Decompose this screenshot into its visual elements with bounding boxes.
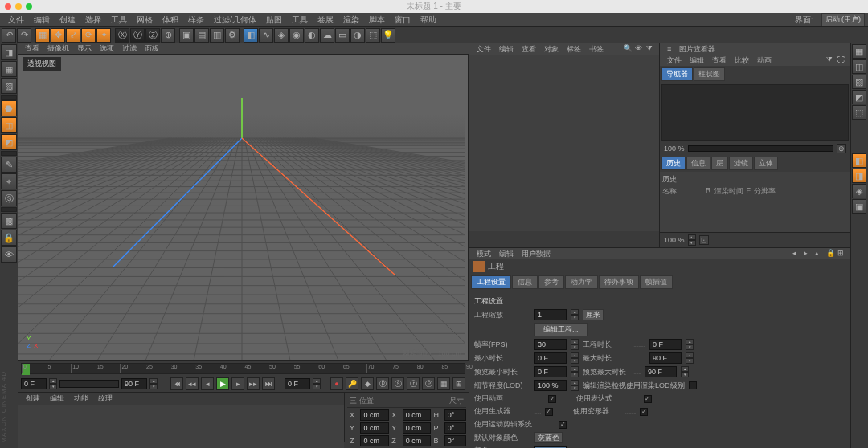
menu-volume[interactable]: 体积	[158, 14, 183, 26]
obj-menu-file[interactable]: 文件	[473, 44, 495, 55]
attr-tab-interp[interactable]: 帧插值	[640, 275, 673, 289]
back-icon[interactable]: ◂	[792, 249, 802, 259]
up-icon[interactable]: ▴	[815, 249, 825, 259]
key-scale-toggle[interactable]: ⓢ	[391, 377, 404, 390]
model-mode[interactable]: ◨	[1, 44, 17, 60]
rot-h[interactable]: 0°	[444, 409, 466, 421]
recent-tool[interactable]: ✦	[96, 28, 111, 43]
lock-icon[interactable]: 🔒	[826, 249, 836, 259]
pic-menu-edit[interactable]: 编辑	[686, 55, 708, 66]
eye-icon[interactable]: 👁	[635, 44, 645, 54]
fps-input[interactable]	[534, 339, 567, 350]
pic-tab-history[interactable]: 历史	[661, 157, 686, 170]
generator-tool[interactable]: ◉	[289, 28, 304, 43]
pic-zoom-reset[interactable]: ⊕	[837, 144, 846, 153]
menu-filter[interactable]: 过滤/几何体	[209, 14, 261, 26]
lod-check[interactable]	[689, 381, 697, 389]
min-time-input[interactable]	[534, 352, 567, 364]
start-spinner[interactable]: ▴▾	[49, 378, 57, 389]
environment-tool[interactable]: ☁	[320, 28, 334, 43]
axis-x-toggle[interactable]: Ⓧ	[115, 28, 129, 43]
end-frame[interactable]: 90 F	[121, 378, 147, 389]
powerslider-button[interactable]: ⊞	[452, 377, 465, 390]
rt-icon-9[interactable]: ▣	[852, 199, 866, 214]
undo-button[interactable]: ↶	[2, 28, 16, 43]
view-menu-panel[interactable]: 面板	[141, 43, 163, 54]
menu-select[interactable]: 选择	[80, 14, 106, 26]
end-spinner[interactable]: ▴▾	[149, 378, 158, 389]
menu-file[interactable]: 文件	[3, 14, 29, 26]
minimize-icon[interactable]	[15, 3, 22, 10]
fullscreen-icon[interactable]: ⛶	[837, 55, 847, 65]
tab-function[interactable]: 功能	[69, 393, 93, 404]
next-key-button[interactable]: ▸▸	[247, 377, 260, 390]
workplane-mode[interactable]: ▨	[1, 78, 17, 94]
prev-frame-button[interactable]: ◂	[201, 377, 214, 390]
obj-color-select[interactable]: 灰蓝色	[534, 432, 563, 443]
menu-edit[interactable]: 编辑	[29, 14, 55, 26]
size-z[interactable]: 0 cm	[403, 435, 432, 446]
forward-icon[interactable]: ▸	[804, 249, 813, 259]
pic-tab-histogram[interactable]: 柱状图	[694, 67, 725, 81]
menu-help[interactable]: 帮助	[416, 14, 441, 26]
snap-settings[interactable]: Ⓢ	[1, 190, 17, 206]
attr-menu-userdata[interactable]: 用户数据	[518, 249, 555, 259]
pos-x[interactable]: 0 cm	[360, 409, 389, 421]
current-spinner[interactable]: ▴▾	[313, 378, 321, 389]
use-motion-check[interactable]: ✓	[559, 421, 567, 429]
max-time-input[interactable]	[649, 352, 682, 364]
spline-tool[interactable]: ∿	[259, 28, 273, 43]
material-manager-body[interactable]	[18, 405, 344, 448]
goto-start-button[interactable]: ⏮	[170, 377, 183, 390]
filter-icon[interactable]: ⧩	[826, 55, 836, 65]
attr-menu-mode[interactable]: 模式	[473, 249, 495, 259]
scale-tool[interactable]: ⤢	[66, 28, 80, 43]
edit-project-button[interactable]: 编辑工程...	[534, 323, 588, 336]
autokey-button[interactable]: 🔑	[346, 377, 358, 390]
edge-mode[interactable]: ◫	[1, 117, 17, 133]
render-region[interactable]: ▤	[194, 28, 209, 43]
layout-select[interactable]: 启动 (用户)	[821, 13, 866, 26]
key-param-toggle[interactable]: Ⓟ	[422, 377, 435, 390]
prev-min-input[interactable]	[534, 366, 567, 377]
tab-edit[interactable]: 编辑	[45, 393, 69, 404]
goto-end-button[interactable]: ⏭	[262, 377, 275, 390]
menu-render[interactable]: 渲染	[338, 14, 364, 26]
prev-key-button[interactable]: ◂◂	[186, 377, 199, 390]
texture-mode[interactable]: ▦	[1, 61, 17, 77]
pic-render-area[interactable]	[661, 84, 849, 141]
rt-icon-1[interactable]: ▦	[852, 44, 866, 59]
render-pv[interactable]: ▥	[210, 28, 224, 43]
coord-system[interactable]: ⊕	[161, 28, 175, 43]
rt-icon-6[interactable]: ◧	[852, 153, 866, 168]
point-mode[interactable]: ⬣	[1, 100, 17, 116]
tab-texture[interactable]: 纹理	[93, 393, 117, 404]
redo-button[interactable]: ↷	[17, 28, 31, 43]
move-tool[interactable]: ✥	[51, 28, 65, 43]
size-x[interactable]: 0 cm	[403, 409, 432, 421]
obj-menu-edit[interactable]: 编辑	[495, 44, 518, 55]
object-manager-body[interactable]	[469, 55, 659, 231]
menu-motiongraphics[interactable]: 卷展	[313, 14, 338, 26]
maximize-icon[interactable]	[26, 3, 32, 10]
key-pos-toggle[interactable]: ⓟ	[376, 377, 389, 390]
play-button[interactable]: ▶	[216, 377, 229, 390]
nurbs-tool[interactable]: ◈	[274, 28, 289, 43]
obj-menu-bookmarks[interactable]: 书签	[585, 44, 608, 55]
view-menu-options[interactable]: 选项	[96, 43, 118, 54]
pic-menu-anim[interactable]: 动画	[753, 55, 776, 66]
rt-icon-5[interactable]: ⬚	[852, 105, 866, 120]
select-tool[interactable]: ▦	[35, 28, 50, 43]
pic-tab-stereo[interactable]: 立体	[754, 157, 778, 170]
tab-create[interactable]: 创建	[21, 393, 45, 404]
pos-z[interactable]: 0 cm	[360, 435, 389, 446]
pic-tab-layer[interactable]: 层	[711, 157, 728, 170]
poly-mode[interactable]: ◩	[1, 134, 17, 150]
perspective-viewport[interactable]: 透视视图 网格间距 : 100 cm Y Z X	[18, 55, 469, 361]
key-pla-toggle[interactable]: ▦	[437, 377, 450, 390]
attr-tab-info[interactable]: 信息	[512, 275, 538, 289]
pos-y[interactable]: 0 cm	[360, 422, 389, 434]
axis-z-toggle[interactable]: Ⓩ	[145, 28, 160, 43]
menu-window[interactable]: 窗口	[390, 14, 416, 26]
menu-texture[interactable]: 贴图	[261, 14, 287, 26]
